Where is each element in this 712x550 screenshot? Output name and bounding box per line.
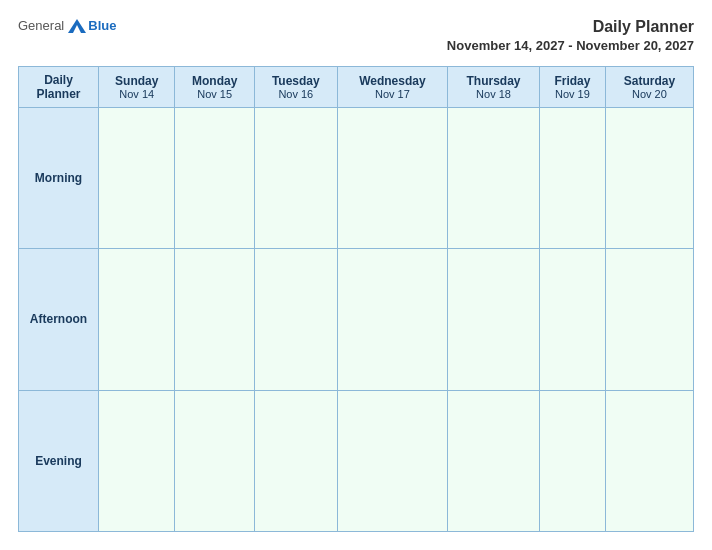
afternoon-row: Afternoon (19, 249, 694, 390)
col-monday-name: Monday (179, 74, 249, 88)
evening-saturday-cell[interactable] (605, 390, 693, 531)
morning-friday-cell[interactable] (540, 108, 606, 249)
morning-tuesday-cell[interactable] (254, 108, 337, 249)
col-monday-date: Nov 15 (179, 88, 249, 100)
logo-blue-text: Blue (88, 18, 116, 33)
col-header-sunday: Sunday Nov 14 (99, 67, 175, 108)
col-friday-name: Friday (544, 74, 601, 88)
logo-general-text: General (18, 18, 64, 33)
evening-monday-cell[interactable] (175, 390, 254, 531)
col-saturday-date: Nov 20 (610, 88, 689, 100)
evening-wednesday-cell[interactable] (337, 390, 447, 531)
afternoon-saturday-cell[interactable] (605, 249, 693, 390)
evening-thursday-cell[interactable] (448, 390, 540, 531)
afternoon-sunday-cell[interactable] (99, 249, 175, 390)
logo-text: General Blue (18, 18, 116, 33)
logo-icon (68, 19, 86, 33)
page: General Blue Daily Planner November 14, … (0, 0, 712, 550)
col-tuesday-name: Tuesday (259, 74, 333, 88)
afternoon-tuesday-cell[interactable] (254, 249, 337, 390)
evening-sunday-cell[interactable] (99, 390, 175, 531)
corner-header: Daily Planner (19, 67, 99, 108)
morning-label: Morning (19, 108, 99, 249)
col-header-friday: Friday Nov 19 (540, 67, 606, 108)
col-header-thursday: Thursday Nov 18 (448, 67, 540, 108)
afternoon-friday-cell[interactable] (540, 249, 606, 390)
corner-line1: Daily (23, 73, 94, 87)
planner-table: Daily Planner Sunday Nov 14 Monday Nov 1… (18, 66, 694, 532)
col-thursday-date: Nov 18 (452, 88, 535, 100)
morning-thursday-cell[interactable] (448, 108, 540, 249)
afternoon-thursday-cell[interactable] (448, 249, 540, 390)
header-row: Daily Planner Sunday Nov 14 Monday Nov 1… (19, 67, 694, 108)
morning-row: Morning (19, 108, 694, 249)
col-header-saturday: Saturday Nov 20 (605, 67, 693, 108)
morning-saturday-cell[interactable] (605, 108, 693, 249)
col-sunday-name: Sunday (103, 74, 170, 88)
col-wednesday-date: Nov 17 (342, 88, 443, 100)
col-tuesday-date: Nov 16 (259, 88, 333, 100)
evening-friday-cell[interactable] (540, 390, 606, 531)
col-header-monday: Monday Nov 15 (175, 67, 254, 108)
evening-row: Evening (19, 390, 694, 531)
logo-area: General Blue (18, 18, 116, 33)
col-header-tuesday: Tuesday Nov 16 (254, 67, 337, 108)
afternoon-wednesday-cell[interactable] (337, 249, 447, 390)
morning-wednesday-cell[interactable] (337, 108, 447, 249)
corner-line2: Planner (23, 87, 94, 101)
col-header-wednesday: Wednesday Nov 17 (337, 67, 447, 108)
morning-monday-cell[interactable] (175, 108, 254, 249)
date-range: November 14, 2027 - November 20, 2027 (447, 38, 694, 53)
col-sunday-date: Nov 14 (103, 88, 170, 100)
afternoon-label: Afternoon (19, 249, 99, 390)
col-friday-date: Nov 19 (544, 88, 601, 100)
col-thursday-name: Thursday (452, 74, 535, 88)
header: General Blue Daily Planner November 14, … (18, 18, 694, 54)
main-title: Daily Planner (593, 18, 694, 35)
col-wednesday-name: Wednesday (342, 74, 443, 88)
title-area: Daily Planner November 14, 2027 - Novemb… (447, 18, 694, 54)
morning-sunday-cell[interactable] (99, 108, 175, 249)
col-saturday-name: Saturday (610, 74, 689, 88)
evening-label: Evening (19, 390, 99, 531)
afternoon-monday-cell[interactable] (175, 249, 254, 390)
evening-tuesday-cell[interactable] (254, 390, 337, 531)
